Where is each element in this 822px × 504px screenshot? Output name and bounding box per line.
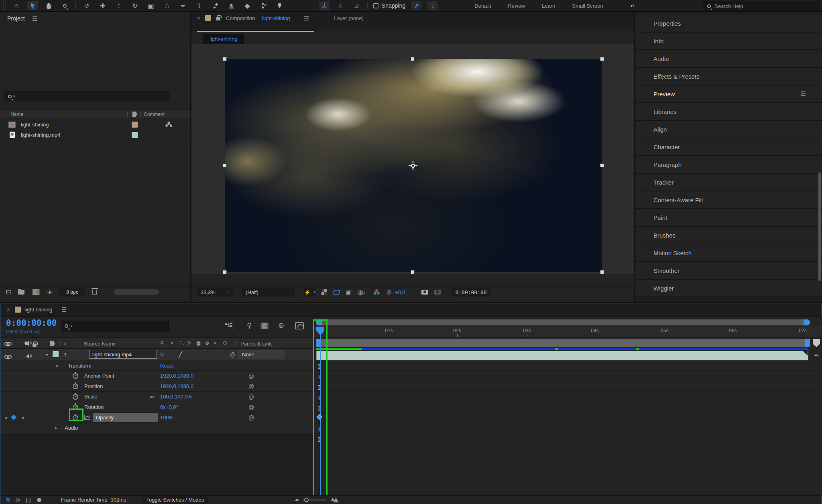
stopwatch-icon[interactable] [73,373,78,379]
expand-in-out-icon[interactable]: {·} [26,497,31,502]
resolution-dropdown[interactable]: (Half)⌄ [242,288,295,297]
property-pickwhip-icon[interactable]: @ [248,415,254,421]
next-keyframe-arrow-icon[interactable]: ▶ [22,416,25,420]
channel-settings-icon[interactable] [374,289,380,295]
property-pickwhip-icon[interactable]: @ [248,373,254,379]
workspace-tab-default[interactable]: Default [469,3,496,9]
layer-video-eye-icon[interactable] [4,355,12,359]
workspace-tab-review[interactable]: Review [502,3,531,9]
type-tool-icon[interactable]: T [194,1,204,10]
roto-brush-tool-icon[interactable] [258,1,269,10]
grid-guides-icon[interactable]: ⊞▾ [358,289,365,295]
snapshot-icon[interactable] [421,290,428,295]
dolly-camera-tool-icon[interactable]: ↕ [114,1,124,10]
source-name-column-header[interactable]: Source Name [84,341,116,347]
selection-handle[interactable] [411,57,415,61]
layer-row[interactable]: ▾ 1 light-shining.mp4 ⚲ ╱ @ None [0,349,313,360]
3d-layer-switch-icon[interactable]: ⬡ [223,341,227,345]
panel-tab-paint[interactable]: Paint [635,209,822,227]
project-item-footage[interactable]: light-shining.mp4 [0,130,190,140]
layer-shy-icon[interactable]: ⚲ [160,352,164,357]
local-axis-mode-icon[interactable] [319,1,330,10]
new-composition-icon[interactable] [32,289,40,295]
panel-tab-libraries[interactable]: Libraries [635,103,822,121]
previous-keyframe-arrow-icon[interactable]: ◀ [4,416,7,420]
view-axis-mode-icon[interactable]: ⊿ [351,1,362,10]
toggle-switches-modes-button[interactable]: Toggle Switches / Modes [142,496,208,504]
stopwatch-icon[interactable] [73,384,78,389]
right-panel-scrollbar[interactable] [818,173,821,281]
workspace-tab-small-screen[interactable]: Small Screen [566,3,608,9]
property-pickwhip-icon[interactable]: @ [248,404,254,411]
graph-toggle-icon[interactable] [84,415,90,421]
project-search-input[interactable]: ▾ [4,91,170,101]
current-timecode[interactable]: 0:00:00:00 [6,318,57,328]
pen-tool-icon[interactable]: ✒ [178,1,188,10]
panel-tab-wiggler[interactable]: Wiggler [635,280,822,297]
property-value[interactable]: 0x+0,0° [160,404,178,410]
magnification-dropdown[interactable]: 33,3%⌄ [197,288,234,297]
workspace-overflow-icon[interactable]: » [631,2,634,10]
show-snapshot-icon[interactable] [434,290,441,295]
solo-column-icon[interactable] [24,341,28,345]
shy-toggle-icon[interactable]: ⚲ [247,322,252,329]
snapping-checkbox[interactable] [373,3,378,8]
exposure-value[interactable]: +0,0 [395,289,405,295]
property-name[interactable]: Scale [84,394,98,400]
composition-breadcrumb[interactable]: light-shining [203,34,244,44]
selection-handle[interactable] [411,270,415,274]
label-color-swatch[interactable] [132,122,138,128]
lock-open-icon[interactable] [216,16,220,22]
video-column-eye-icon[interactable] [4,342,12,346]
adjustment-layer-switch-icon[interactable]: ◐ [214,341,217,345]
color-depth-button[interactable]: 8 bpc [59,288,85,297]
region-of-interest-icon[interactable]: ▣ [346,289,352,295]
pan-camera-tool-icon[interactable]: ✚ [98,1,108,10]
opacity-label-highlight[interactable]: Opacity [93,413,158,422]
property-row-anchor-point[interactable]: Anchor Point 1920,0,1080,0 @ [0,371,313,381]
parent-pickwhip-icon[interactable]: @ [230,352,236,358]
lock-column-icon[interactable] [33,342,37,348]
search-help-box[interactable]: Search Help [703,1,820,11]
property-row-scale[interactable]: Scale ∞ 100,0,100,0% @ [0,392,313,402]
timeline-tab-name[interactable]: light-shining [24,307,52,313]
project-item-name[interactable]: light-shining.mp4 [21,132,60,138]
interpret-footage-icon[interactable]: ⊟ [6,289,11,295]
panel-tab-properties[interactable]: Properties [635,15,822,33]
composition-panel-menu-icon[interactable]: ☰ [304,15,309,22]
property-name[interactable]: Position [84,383,103,389]
anchor-point-crosshair[interactable] [408,161,418,172]
transform-group-label[interactable]: Transform [68,363,92,369]
preview-menu-icon[interactable]: ☰ [801,90,806,98]
selection-handle[interactable] [223,57,227,61]
label-column-tag-icon[interactable] [132,111,138,118]
property-pickwhip-icon[interactable]: @ [248,383,254,390]
transform-reset-link[interactable]: Reset [160,363,174,369]
fast-previews-icon[interactable]: ⚡▾ [304,288,316,297]
panel-tab-motion-sketch[interactable]: Motion Sketch [635,244,822,262]
panel-tab-preview[interactable]: Preview☰ [635,85,822,103]
selection-handle[interactable] [600,57,604,61]
quill-marker-icon[interactable]: ✒ [814,352,819,359]
rotation-tool-icon[interactable]: ↻ [130,1,140,10]
close-icon[interactable]: × [7,307,10,313]
selection-handle[interactable] [223,163,227,167]
composition-tab-label[interactable]: Composition [226,15,255,21]
new-folder-icon[interactable] [18,290,24,295]
property-row-opacity[interactable]: ◀ ▶ Opacity 100% @ [0,413,313,423]
delete-item-icon[interactable] [92,290,97,295]
puppet-pin-tool-icon[interactable] [274,1,285,10]
project-panel-menu-icon[interactable]: ☰ [32,15,37,22]
effects-switch-icon[interactable]: fx [187,340,191,345]
zoom-tool-icon[interactable] [59,1,70,10]
zoom-out-mountain-icon[interactable] [295,498,299,501]
audio-group-row[interactable]: ▸ Audio [0,423,313,433]
project-item-name[interactable]: light-shining [21,122,49,128]
work-area-end-handle[interactable] [805,339,810,347]
frame-blend-switch-icon[interactable]: ▤ [196,341,201,345]
composition-mini-flowchart-icon[interactable] [224,322,234,331]
quality-switch-icon[interactable]: ⋱ [179,341,184,345]
panel-tab-info[interactable]: Info [635,33,822,50]
label-color-swatch[interactable] [132,132,138,138]
panel-tab-smoother[interactable]: Smoother [635,262,822,280]
